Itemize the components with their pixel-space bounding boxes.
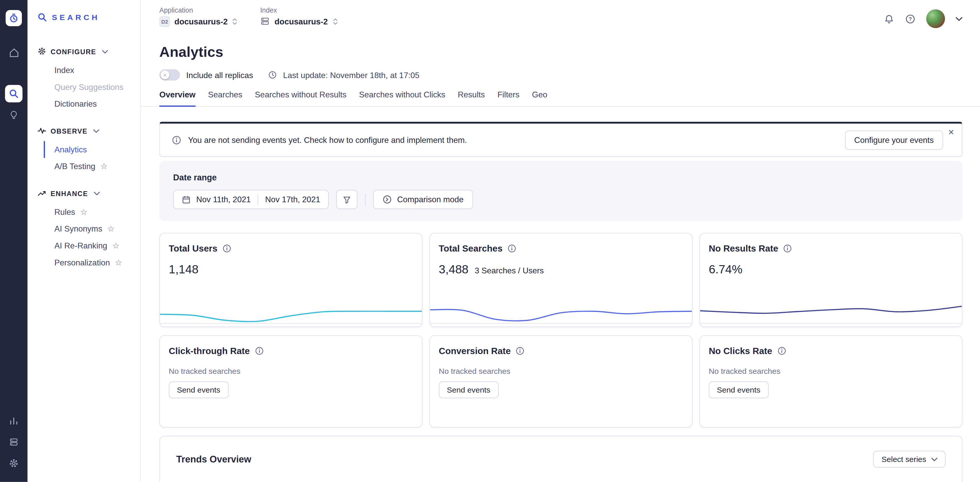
sidebar-item-ai-synonyms[interactable]: AI Synonyms ☆ bbox=[44, 220, 140, 238]
tab-searches[interactable]: Searches bbox=[208, 90, 242, 107]
page-header: Analytics ✕ Include all replicas Last up… bbox=[141, 35, 980, 81]
trends-overview-card: Trends Overview Select series bbox=[159, 436, 963, 482]
no-results-rate-card: No Results Rate 6.74% bbox=[699, 233, 963, 327]
info-icon[interactable] bbox=[516, 347, 525, 355]
trends-title: Trends Overview bbox=[176, 454, 251, 464]
metric-value: 1,148 bbox=[169, 263, 199, 276]
tab-searches-without-clicks[interactable]: Searches without Clicks bbox=[359, 90, 445, 107]
section-label: ENHANCE bbox=[51, 190, 88, 197]
index-icon bbox=[260, 16, 270, 26]
stopwatch-icon bbox=[9, 13, 19, 23]
metric-cards: Total Users 1,148 Total Searches bbox=[159, 233, 963, 428]
chevron-down-icon bbox=[931, 457, 937, 461]
trend-up-icon bbox=[38, 189, 46, 198]
index-selector[interactable]: Index docusaurus-2 bbox=[260, 6, 338, 26]
configure-events-button[interactable]: Configure your events bbox=[845, 130, 943, 149]
comparison-icon bbox=[383, 195, 392, 204]
conversion-rate-card: Conversion Rate No tracked searches Send… bbox=[429, 335, 692, 428]
application-selector[interactable]: Application D2 docusaurus-2 bbox=[159, 6, 238, 27]
sidebar-nav: CONFIGURE Index Query Suggestions Dictio… bbox=[27, 47, 140, 271]
configure-section-header[interactable]: CONFIGURE bbox=[27, 47, 140, 57]
avatar[interactable] bbox=[926, 9, 945, 28]
toggle-label: Include all replicas bbox=[186, 70, 253, 79]
no-results-rate-sparkline bbox=[700, 294, 962, 326]
send-events-button[interactable]: Send events bbox=[709, 382, 768, 398]
tab-geo[interactable]: Geo bbox=[532, 90, 547, 107]
comparison-mode-button[interactable]: Comparison mode bbox=[374, 190, 473, 209]
notifications-bell-icon[interactable] bbox=[884, 13, 894, 24]
index-value: docusaurus-2 bbox=[274, 16, 328, 26]
sidebar-item-ab-testing[interactable]: A/B Testing ☆ bbox=[44, 158, 140, 175]
star-icon: ☆ bbox=[100, 162, 108, 171]
search-product-icon[interactable] bbox=[5, 85, 22, 102]
sidebar-item-dictionaries[interactable]: Dictionaries bbox=[44, 95, 140, 113]
content: You are not sending events yet. Check ho… bbox=[141, 107, 980, 482]
info-icon[interactable] bbox=[777, 347, 786, 355]
sidebar-section-observe: OBSERVE Analytics A/B Testing ☆ bbox=[27, 126, 140, 175]
star-icon: ☆ bbox=[107, 225, 115, 233]
settings-gear-icon[interactable] bbox=[5, 455, 22, 472]
search-icon bbox=[38, 13, 47, 22]
card-title: Conversion Rate bbox=[439, 346, 511, 356]
topbar: Application D2 docusaurus-2 Index docusa… bbox=[141, 0, 980, 35]
sidebar-item-personalization[interactable]: Personalization ☆ bbox=[44, 254, 140, 271]
info-icon[interactable] bbox=[223, 244, 231, 253]
tab-results[interactable]: Results bbox=[458, 90, 485, 107]
svg-text:?: ? bbox=[909, 16, 912, 22]
comparison-label: Comparison mode bbox=[397, 195, 463, 204]
section-label: OBSERVE bbox=[51, 127, 88, 135]
home-icon[interactable] bbox=[5, 44, 22, 61]
algolia-logo[interactable] bbox=[6, 10, 22, 26]
chevron-down-icon bbox=[93, 129, 99, 133]
star-icon: ☆ bbox=[112, 241, 119, 250]
gear-icon bbox=[38, 47, 46, 57]
sidebar-item-analytics[interactable]: Analytics bbox=[44, 141, 140, 158]
application-badge: D2 bbox=[159, 16, 170, 27]
brand-label: SEARCH bbox=[52, 13, 100, 22]
sidebar-section-configure: CONFIGURE Index Query Suggestions Dictio… bbox=[27, 47, 140, 112]
card-title: No Clicks Rate bbox=[709, 346, 772, 356]
date-range-picker[interactable]: Nov 11th, 2021 Nov 17th, 2021 bbox=[173, 190, 329, 209]
date-start: Nov 11th, 2021 bbox=[196, 195, 251, 204]
total-searches-card: Total Searches 3,488 3 Searches / Users bbox=[429, 233, 692, 327]
send-events-button[interactable]: Send events bbox=[439, 382, 498, 398]
lightbulb-icon[interactable] bbox=[5, 106, 22, 124]
sidebar-item-index[interactable]: Index bbox=[44, 62, 140, 79]
pulse-icon bbox=[38, 126, 46, 136]
chevron-down-icon[interactable] bbox=[956, 16, 963, 21]
tab-searches-without-results[interactable]: Searches without Results bbox=[255, 90, 347, 107]
database-icon[interactable] bbox=[5, 433, 22, 451]
tab-overview[interactable]: Overview bbox=[159, 90, 196, 107]
total-users-sparkline bbox=[160, 294, 422, 326]
select-series-dropdown[interactable]: Select series bbox=[873, 451, 945, 468]
select-series-label: Select series bbox=[881, 455, 926, 463]
page-title: Analytics bbox=[159, 44, 963, 61]
usage-chart-icon[interactable] bbox=[5, 412, 22, 430]
metric-value: 3,488 bbox=[439, 263, 469, 276]
date-range-label: Date range bbox=[173, 173, 949, 182]
enhance-section-header[interactable]: ENHANCE bbox=[27, 189, 140, 198]
chevron-down-icon bbox=[102, 50, 108, 54]
tabs: Overview Searches Searches without Resul… bbox=[141, 90, 980, 107]
tab-filters[interactable]: Filters bbox=[498, 90, 520, 107]
observe-section-header[interactable]: OBSERVE bbox=[27, 126, 140, 136]
sidebar-item-rules[interactable]: Rules ☆ bbox=[44, 203, 140, 220]
filter-button[interactable] bbox=[336, 190, 358, 209]
sidebar: SEARCH CONFIGURE Index Query Suggestions… bbox=[27, 0, 141, 482]
help-icon[interactable]: ? bbox=[905, 13, 915, 24]
info-icon[interactable] bbox=[508, 244, 516, 253]
sidebar-item-ai-re-ranking[interactable]: AI Re-Ranking ☆ bbox=[44, 237, 140, 254]
application-label: Application bbox=[159, 6, 238, 14]
include-replicas-toggle[interactable]: ✕ bbox=[159, 69, 180, 81]
info-icon[interactable] bbox=[783, 244, 792, 253]
close-icon[interactable]: ✕ bbox=[948, 129, 954, 136]
card-title: No Results Rate bbox=[709, 244, 778, 254]
send-events-button[interactable]: Send events bbox=[169, 382, 228, 398]
total-searches-sparkline bbox=[430, 294, 692, 326]
search-product-logo[interactable]: SEARCH bbox=[27, 13, 140, 22]
info-icon[interactable] bbox=[255, 347, 264, 355]
star-icon: ☆ bbox=[115, 258, 122, 267]
sidebar-item-query-suggestions[interactable]: Query Suggestions bbox=[44, 79, 140, 95]
empty-state-text: No tracked searches bbox=[169, 367, 413, 376]
calendar-icon bbox=[182, 195, 191, 204]
